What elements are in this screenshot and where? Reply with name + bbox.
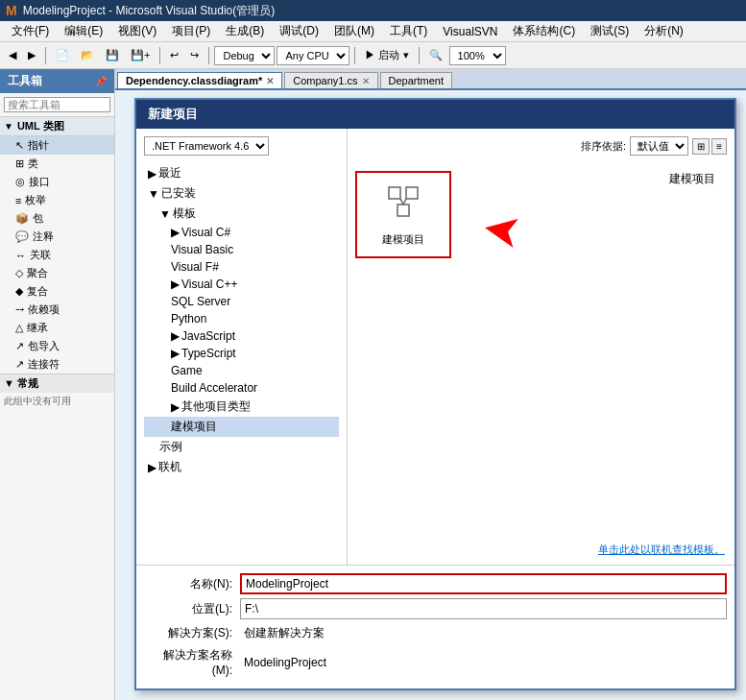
toolbar-new[interactable]: 📄 xyxy=(51,45,74,66)
tree-item-typescript[interactable]: ▶ TypeScript xyxy=(144,345,339,362)
menu-view[interactable]: 视图(V) xyxy=(110,21,164,41)
dialog-fields: 名称(N): 位置(L): 解决方案(S): 创建新解决方案 解决方案名称(M)… xyxy=(136,565,734,688)
tree-item-other[interactable]: ▶ 其他项目类型 xyxy=(144,397,339,417)
import-icon: ↗ xyxy=(15,340,24,352)
online-search-link[interactable]: 单击此处以联机查找模板。 xyxy=(598,543,725,557)
toolbox-group-uml[interactable]: ▼ UML 类图 xyxy=(0,117,114,136)
toolbox-panel: 工具箱 📌 ▼ UML 类图 ↖ 指针 ⊞ 类 ◎ 接口 ≡ xyxy=(0,69,115,700)
toolbar-undo[interactable]: ↩ xyxy=(165,45,183,66)
menu-visualsvn[interactable]: VisualSVN xyxy=(435,23,505,40)
installed-arrow: ▼ xyxy=(148,187,159,201)
tab-dependency-label: Dependency.classdiagram* xyxy=(126,75,262,86)
framework-dropdown[interactable]: .NET Framework 4.6 xyxy=(144,136,269,156)
menu-edit[interactable]: 编辑(E) xyxy=(57,21,110,41)
toolbar-save-all[interactable]: 💾+ xyxy=(126,45,155,66)
composite-label: 复合 xyxy=(27,284,48,299)
toolbox-item-enum[interactable]: ≡ 枚举 xyxy=(0,191,114,209)
toolbar-sep3 xyxy=(208,47,209,64)
template-label: 建模项目 xyxy=(382,232,424,247)
tree-item-recent[interactable]: ▶ 最近 xyxy=(144,163,339,183)
toolbar-sep5 xyxy=(419,47,420,64)
list-view-btn[interactable]: ≡ xyxy=(711,138,727,155)
toolbox-item-assoc[interactable]: ↔ 关联 xyxy=(0,246,114,264)
tree-item-vcpp[interactable]: ▶ Visual C++ xyxy=(144,276,339,293)
field-location-label: 位置(L): xyxy=(144,601,240,617)
toolbox-item-package[interactable]: 📦 包 xyxy=(0,209,114,228)
tree-item-online[interactable]: ▶ 联机 xyxy=(144,457,339,477)
menu-debug[interactable]: 调试(D) xyxy=(272,21,326,41)
toolbox-search-input[interactable] xyxy=(4,97,110,112)
python-label: Python xyxy=(171,312,206,326)
sort-row: 排序依据: 默认值 ⊞ ≡ xyxy=(355,136,727,156)
toolbox-item-connector[interactable]: ↗ 连接符 xyxy=(0,355,114,374)
menu-tools[interactable]: 工具(T) xyxy=(382,21,435,41)
sort-dropdown[interactable]: 默认值 xyxy=(630,136,688,156)
tree-item-installed[interactable]: ▼ 已安装 xyxy=(144,183,339,204)
assoc-icon: ↔ xyxy=(15,250,26,261)
zoom-dropdown[interactable]: 100% xyxy=(449,46,506,65)
toolbox-title: 工具箱 xyxy=(8,73,42,89)
toolbar-save[interactable]: 💾 xyxy=(101,45,124,66)
tab-company[interactable]: Company1.cs ✕ xyxy=(284,72,377,88)
sort-label: 排序依据: xyxy=(581,139,626,154)
toolbar-open[interactable]: 📂 xyxy=(76,45,99,66)
aggregate-label: 聚合 xyxy=(27,266,48,280)
toolbox-pin[interactable]: 📌 xyxy=(95,76,107,86)
interface-icon: ◎ xyxy=(15,176,25,188)
menu-team[interactable]: 团队(M) xyxy=(326,21,382,41)
field-solution-name-label: 解决方案名称(M): xyxy=(144,647,240,677)
tree-item-vcsharp[interactable]: ▶ Visual C# xyxy=(144,224,339,241)
tab-department[interactable]: Department xyxy=(380,72,452,88)
field-solution-label: 解决方案(S): xyxy=(144,625,240,641)
new-project-dialog: 新建项目 .NET Framework 4.6 ▶ 最近 xyxy=(134,98,736,690)
toolbar-back[interactable]: ◀ xyxy=(4,45,21,66)
platform-dropdown[interactable]: Any CPU xyxy=(277,46,349,65)
toolbar-fwd[interactable]: ▶ xyxy=(23,45,40,66)
menu-test[interactable]: 测试(S) xyxy=(583,21,637,41)
field-name-input[interactable] xyxy=(240,573,727,594)
tree-item-templates[interactable]: ▼ 模板 xyxy=(144,204,339,224)
view-icons: ⊞ ≡ xyxy=(692,138,727,155)
field-location-input[interactable] xyxy=(240,598,727,619)
menu-file[interactable]: 文件(F) xyxy=(4,21,57,41)
tree-item-vbasic[interactable]: Visual Basic xyxy=(144,241,339,258)
toolbar-redo[interactable]: ↪ xyxy=(185,45,204,66)
menu-analyze[interactable]: 分析(N) xyxy=(637,21,691,41)
tab-dependency[interactable]: Dependency.classdiagram* ✕ xyxy=(117,72,282,88)
grid-view-btn[interactable]: ⊞ xyxy=(692,138,710,155)
toolbox-item-comment[interactable]: 💬 注释 xyxy=(0,228,114,246)
toolbox-item-pointer[interactable]: ↖ 指针 xyxy=(0,136,114,155)
toolbox-item-import[interactable]: ↗ 包导入 xyxy=(0,337,114,355)
recent-arrow: ▶ xyxy=(148,167,156,181)
field-location-row: 位置(L): xyxy=(144,598,727,619)
toolbox-item-interface[interactable]: ◎ 接口 xyxy=(0,173,114,191)
toolbox-item-aggregate[interactable]: ◇ 聚合 xyxy=(0,264,114,282)
tree-item-sqlserver[interactable]: SQL Server xyxy=(144,293,339,310)
tree-item-javascript[interactable]: ▶ JavaScript xyxy=(144,327,339,345)
project-type-tree: ▶ 最近 ▼ 已安装 ▼ 模板 xyxy=(144,163,339,477)
menu-architecture[interactable]: 体系结构(C) xyxy=(505,21,583,41)
tree-item-vfsharp[interactable]: Visual F# xyxy=(144,258,339,276)
import-label: 包导入 xyxy=(28,339,60,353)
start-button[interactable]: ▶ 启动 ▾ xyxy=(360,45,413,66)
tree-item-modeling[interactable]: 建模项目 xyxy=(144,417,339,437)
other-arrow: ▶ xyxy=(171,400,180,414)
modeling-project-template[interactable]: 建模项目 xyxy=(355,171,451,258)
tree-item-samples[interactable]: 示例 xyxy=(144,437,339,457)
tree-item-build-accelerator[interactable]: Build Accelerator xyxy=(144,379,339,397)
toolbar-zoom[interactable]: 🔍 xyxy=(424,45,447,66)
build-label: Build Accelerator xyxy=(171,381,257,395)
toolbox-item-class[interactable]: ⊞ 类 xyxy=(0,155,114,173)
tab-dependency-close[interactable]: ✕ xyxy=(266,76,274,86)
tree-item-game[interactable]: Game xyxy=(144,362,339,379)
field-solution-row: 解决方案(S): 创建新解决方案 xyxy=(144,623,727,643)
menu-build[interactable]: 生成(B) xyxy=(218,21,272,41)
toolbox-item-composite[interactable]: ◆ 复合 xyxy=(0,282,114,301)
toolbox-general-note: 此组中没有可用 xyxy=(0,393,114,410)
config-dropdown[interactable]: Debug xyxy=(214,46,275,65)
tab-company-close[interactable]: ✕ xyxy=(362,76,370,86)
tree-item-python[interactable]: Python xyxy=(144,310,339,327)
menu-project[interactable]: 项目(P) xyxy=(164,21,218,41)
toolbox-item-inherit[interactable]: △ 继承 xyxy=(0,319,114,337)
toolbox-item-dependency[interactable]: ⤍ 依赖项 xyxy=(0,301,114,319)
